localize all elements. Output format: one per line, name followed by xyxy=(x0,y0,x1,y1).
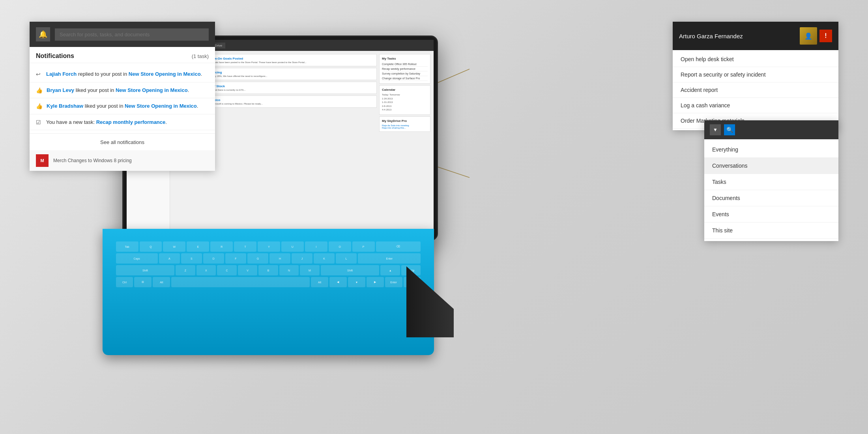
user-link-bryan[interactable]: Bryan Levy xyxy=(47,87,74,93)
key-g[interactable]: G xyxy=(247,253,268,264)
like-icon-2: 👍 xyxy=(36,103,43,109)
sp-calendar-widget: Calendar Today: Tomorrow 1-26-2013 1-31-… xyxy=(379,85,430,115)
user-menu-panel: Arturo Garza Fernandez 👤 ! Open help des… xyxy=(673,22,838,130)
search-filter-documents[interactable]: Documents xyxy=(704,190,838,206)
calendar-widget-title: Calendar xyxy=(382,88,428,92)
key-m[interactable]: M xyxy=(300,265,320,275)
key-up[interactable]: ▲ xyxy=(380,265,400,275)
key-b[interactable]: B xyxy=(258,265,278,275)
key-row-1: Tab Q W E R T Y U I O P ⌫ xyxy=(116,241,421,252)
key-w[interactable]: W xyxy=(163,241,185,252)
key-shift-l[interactable]: Shift xyxy=(116,265,175,275)
search-filter-events[interactable]: Events xyxy=(704,206,838,223)
see-all-link[interactable]: See all notifications xyxy=(100,139,144,145)
user-avatar[interactable]: 👤 xyxy=(800,27,817,45)
key-win[interactable]: ⊞ xyxy=(134,277,152,287)
search-panel-header: ▼ 🔍 xyxy=(704,120,838,139)
key-i[interactable]: I xyxy=(305,241,327,252)
key-q[interactable]: Q xyxy=(140,241,162,252)
skydrive-widget-title: My SkyDrive Pro xyxy=(382,119,428,123)
key-ctrl-l[interactable]: Ctrl xyxy=(116,277,133,287)
key-e[interactable]: E xyxy=(187,241,209,252)
search-filter-button[interactable]: ▼ xyxy=(710,124,721,135)
sp-task-1: Complete Office 365 Rollout xyxy=(382,62,428,67)
search-filter-tasks[interactable]: Tasks xyxy=(704,174,838,190)
menu-item-helpdesk[interactable]: Open help desk ticket xyxy=(673,52,838,67)
task-link[interactable]: Recap monthly performance xyxy=(96,119,166,125)
key-p[interactable]: P xyxy=(352,241,375,252)
post-link-2[interactable]: New Store Opening in Mexico xyxy=(116,87,188,93)
task-icon: ☑ xyxy=(36,119,42,125)
key-tab[interactable]: Tab xyxy=(116,241,138,252)
key-x[interactable]: X xyxy=(196,265,216,275)
key-u[interactable]: U xyxy=(281,241,304,252)
preview-text: Merch Changes to Windows 8 pricing xyxy=(53,158,132,163)
tasks-widget-title: My Tasks xyxy=(382,57,428,60)
notification-item: 👍 Kyle Bradshaw liked your post in New S… xyxy=(30,98,215,114)
key-alt-l[interactable]: Alt xyxy=(153,277,170,287)
post-link-1[interactable]: New Store Opening in Mexico xyxy=(129,71,201,77)
search-filter-list: Everything Conversations Tasks Documents… xyxy=(704,139,838,241)
key-n[interactable]: N xyxy=(279,265,299,275)
bell-icon[interactable]: 🔔 xyxy=(36,27,50,41)
key-z[interactable]: Z xyxy=(176,265,195,275)
notification-item-task: ☑ You have a new task: Recap monthly per… xyxy=(30,114,215,131)
search-input[interactable] xyxy=(55,28,209,41)
user-menu-list: Open help desk ticket Report a security … xyxy=(673,50,838,130)
user-alert-button[interactable]: ! xyxy=(819,30,832,42)
key-enter-r[interactable]: Enter xyxy=(385,277,402,287)
key-shift-r[interactable]: Shift xyxy=(321,265,380,275)
key-down[interactable]: ▼ xyxy=(348,277,365,287)
notification-title-bar: Notifications (1 task) xyxy=(30,47,215,63)
key-backspace[interactable]: ⌫ xyxy=(376,241,421,252)
key-enter[interactable]: Enter xyxy=(358,253,421,264)
search-filter-everything[interactable]: Everything xyxy=(704,142,838,158)
notification-panel: 🔔 Notifications (1 task) ↩ Lajiah Forch … xyxy=(30,22,215,171)
key-j[interactable]: J xyxy=(292,253,312,264)
key-y[interactable]: Y xyxy=(258,241,280,252)
key-r[interactable]: R xyxy=(210,241,233,252)
key-right[interactable]: ▶ xyxy=(367,277,384,287)
key-left[interactable]: ◀ xyxy=(329,277,347,287)
search-icon[interactable]: 🔍 xyxy=(724,124,735,135)
search-dropdown-panel: ▼ 🔍 Everything Conversations Tasks Docum… xyxy=(704,120,838,241)
key-l[interactable]: L xyxy=(336,253,357,264)
reply-icon: ↩ xyxy=(36,71,42,77)
preview-avatar: M xyxy=(36,154,49,167)
key-k[interactable]: K xyxy=(314,253,335,264)
key-d[interactable]: D xyxy=(203,253,224,264)
like-icon: 👍 xyxy=(36,87,43,94)
key-h[interactable]: H xyxy=(269,253,290,264)
key-row-3: Shift Z X C V B N M Shift ▲ PgUp xyxy=(116,265,421,275)
menu-item-accident[interactable]: Accident report xyxy=(673,82,838,98)
notification-text-2: Bryan Levy liked your post in New Store … xyxy=(47,86,189,94)
key-t[interactable]: T xyxy=(234,241,256,252)
menu-item-cash[interactable]: Log a cash variance xyxy=(673,98,838,113)
search-filter-conversations[interactable]: Conversations xyxy=(704,158,838,174)
key-space[interactable] xyxy=(171,277,310,287)
key-c[interactable]: C xyxy=(217,265,237,275)
key-v[interactable]: V xyxy=(238,265,258,275)
sp-right-panel: My Tasks Complete Office 365 Rollout Rec… xyxy=(379,54,430,233)
notification-preview: M Merch Changes to Windows 8 pricing xyxy=(30,150,215,171)
key-f[interactable]: F xyxy=(225,253,246,264)
key-o[interactable]: O xyxy=(329,241,351,252)
key-s[interactable]: S xyxy=(181,253,202,264)
user-header: Arturo Garza Fernandez 👤 ! xyxy=(673,22,838,50)
sp-skydrive-widget: My SkyDrive Pro Raja da Sala into meetin… xyxy=(379,116,430,132)
key-alt-r[interactable]: Alt xyxy=(311,277,328,287)
key-row-4: Ctrl ⊞ Alt Alt ◀ ▼ ▶ Enter PgDn xyxy=(116,277,421,287)
post-link-3[interactable]: New Store Opening in Mexico xyxy=(125,103,197,109)
notification-text-4: You have a new task: Recap monthly perfo… xyxy=(46,118,167,126)
key-caps[interactable]: Caps xyxy=(116,253,158,264)
notification-header: 🔔 xyxy=(30,22,215,47)
user-link-kyle[interactable]: Kyle Bradshaw xyxy=(47,103,83,109)
key-a[interactable]: A xyxy=(159,253,180,264)
user-link-lajiah[interactable]: Lajiah Forch xyxy=(46,71,77,77)
search-filter-thissite[interactable]: This site xyxy=(704,223,838,239)
notification-text-3: Kyle Bradshaw liked your post in New Sto… xyxy=(47,102,198,110)
notification-count: (1 task) xyxy=(192,53,209,59)
notification-item: 👍 Bryan Levy liked your post in New Stor… xyxy=(30,82,215,99)
keyboard-keys: Tab Q W E R T Y U I O P ⌫ Caps A S D F G… xyxy=(116,241,421,342)
menu-item-security[interactable]: Report a security or safety incident xyxy=(673,67,838,82)
